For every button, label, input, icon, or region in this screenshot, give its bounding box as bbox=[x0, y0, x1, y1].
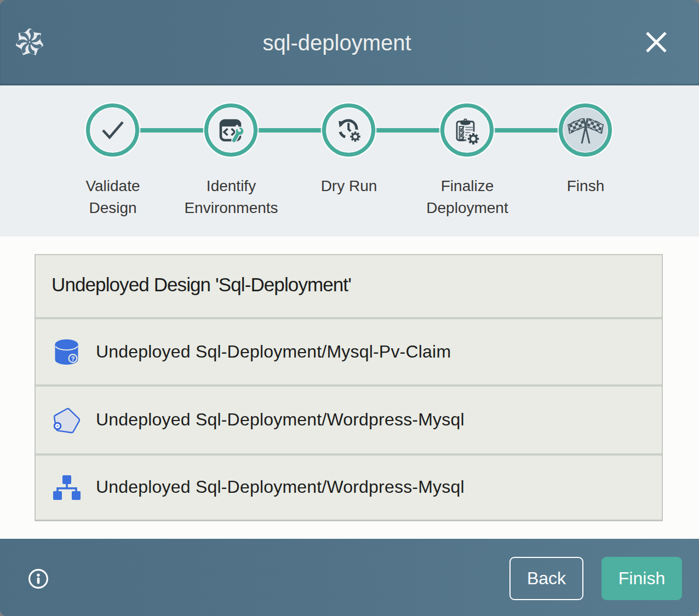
svg-text:?: ? bbox=[71, 355, 75, 362]
